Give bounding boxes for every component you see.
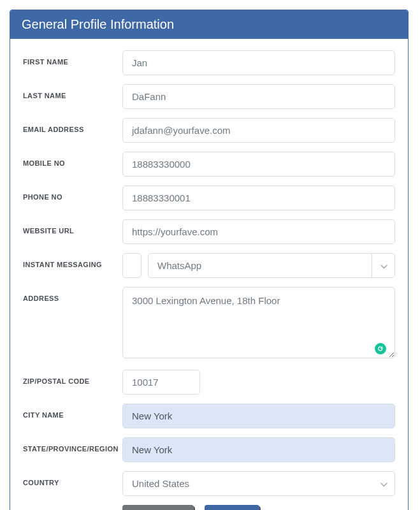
- panel-title: General Profile Information: [10, 10, 408, 39]
- panel-body: FIRST NAME LAST NAME EMAIL ADDRESS MOBIL…: [10, 39, 408, 510]
- cancel-button[interactable]: CANCEL: [122, 505, 194, 510]
- label-email: EMAIL ADDRESS: [23, 118, 122, 133]
- profile-panel: General Profile Information FIRST NAME L…: [10, 10, 409, 510]
- row-im: INSTANT MESSAGING WhatsApp: [23, 253, 395, 278]
- row-city: CITY NAME: [23, 404, 395, 428]
- row-address: ADDRESS: [23, 287, 395, 361]
- email-input[interactable]: [122, 118, 395, 143]
- label-mobile: MOBILE NO: [23, 152, 122, 167]
- grammarly-icon: [375, 343, 386, 354]
- row-email: EMAIL ADDRESS: [23, 118, 395, 143]
- first-name-input[interactable]: [122, 50, 395, 75]
- label-address: ADDRESS: [23, 287, 122, 302]
- label-zip: ZIP/POSTAL CODE: [23, 370, 122, 385]
- phone-input[interactable]: [122, 186, 395, 210]
- address-textarea[interactable]: [122, 287, 395, 358]
- label-city: CITY NAME: [23, 404, 122, 419]
- zip-input[interactable]: [122, 370, 200, 395]
- label-website: WEBSITE URL: [23, 219, 122, 235]
- button-row: CANCEL SAVE: [122, 505, 395, 510]
- city-input[interactable]: [122, 404, 395, 428]
- mobile-input[interactable]: [122, 152, 395, 177]
- label-country: COUNTRY: [23, 471, 122, 486]
- row-state: STATE/PROVINCE/REGION: [23, 437, 395, 462]
- im-handle-input[interactable]: [122, 253, 141, 278]
- row-phone: PHONE NO: [23, 186, 395, 210]
- row-country: COUNTRY United States: [23, 471, 395, 496]
- row-website: WEBSITE URL: [23, 219, 395, 244]
- row-first-name: FIRST NAME: [23, 50, 395, 75]
- label-phone: PHONE NO: [23, 186, 122, 201]
- website-input[interactable]: [122, 219, 395, 244]
- save-button[interactable]: SAVE: [205, 505, 259, 510]
- row-mobile: MOBILE NO: [23, 152, 395, 177]
- row-zip: ZIP/POSTAL CODE: [23, 370, 395, 395]
- label-first-name: FIRST NAME: [23, 50, 122, 66]
- country-select[interactable]: United States: [122, 471, 395, 496]
- last-name-input[interactable]: [122, 84, 395, 109]
- label-im: INSTANT MESSAGING: [23, 253, 122, 268]
- state-input[interactable]: [122, 437, 395, 462]
- label-last-name: LAST NAME: [23, 84, 122, 99]
- row-last-name: LAST NAME: [23, 84, 395, 109]
- label-state: STATE/PROVINCE/REGION: [23, 437, 122, 453]
- im-service-select[interactable]: WhatsApp: [148, 253, 395, 278]
